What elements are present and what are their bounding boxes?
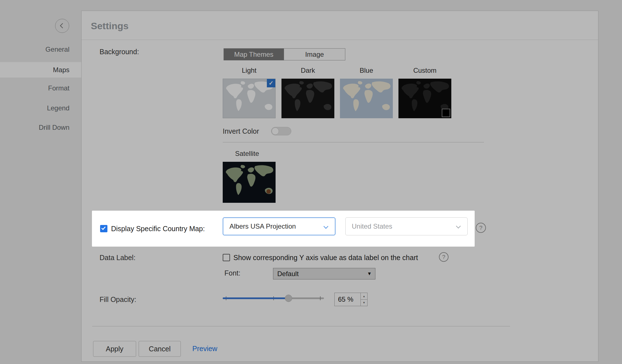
- cancel-button[interactable]: Cancel: [139, 341, 181, 357]
- world-map-dark: [281, 79, 334, 118]
- opacity-value-box: ▲ ▼: [334, 293, 368, 306]
- projection-value: Albers USA Projection: [223, 222, 296, 230]
- apply-button[interactable]: Apply: [93, 341, 136, 357]
- slider-tick: [320, 296, 321, 300]
- theme-thumbnail-light[interactable]: ✓: [223, 79, 276, 118]
- invert-color-label: Invert Color: [223, 127, 259, 135]
- divider: [223, 142, 484, 142]
- panel-header: Settings: [82, 11, 598, 40]
- fill-opacity-label: Fill Opacity:: [100, 295, 136, 304]
- theme-name-light: Light: [223, 67, 276, 74]
- chevron-down-icon: [456, 224, 461, 229]
- custom-color-swatch[interactable]: [442, 109, 450, 117]
- data-label-help-icon[interactable]: ?: [439, 252, 449, 262]
- opacity-slider-fill: [223, 297, 289, 299]
- sidebar-item-drill-down[interactable]: Drill Down: [0, 124, 69, 131]
- font-select[interactable]: Default ▼: [273, 268, 375, 279]
- country-value: United States: [346, 222, 392, 230]
- theme-thumbnail-custom[interactable]: [398, 79, 451, 118]
- sidebar-item-format[interactable]: Format: [0, 84, 69, 92]
- world-map-blue: [340, 79, 393, 118]
- preview-link[interactable]: Preview: [192, 345, 217, 353]
- theme-name-blue: Blue: [340, 67, 393, 74]
- divider: [92, 326, 510, 326]
- opacity-spinner: ▲ ▼: [360, 293, 367, 306]
- country-dropdown[interactable]: United States: [345, 217, 468, 235]
- back-button[interactable]: [55, 19, 69, 33]
- data-label-label: Data Label:: [100, 253, 136, 262]
- chevron-left-icon: [60, 23, 65, 28]
- font-label: Font:: [224, 269, 240, 277]
- satellite-label: Satellite: [235, 149, 259, 158]
- tab-image[interactable]: Image: [284, 49, 345, 60]
- country-map-help-icon[interactable]: ?: [476, 223, 486, 233]
- invert-color-toggle[interactable]: [271, 127, 291, 135]
- settings-screen: General Maps Format Legend Drill Down Se…: [0, 0, 622, 364]
- country-map-label: Display Specific Country Map:: [111, 224, 205, 233]
- opacity-slider-handle[interactable]: [285, 295, 292, 302]
- country-map-checkbox[interactable]: [100, 225, 107, 232]
- theme-thumbnail-blue[interactable]: [340, 79, 393, 118]
- dropdown-arrow-icon: ▼: [367, 271, 375, 277]
- sidebar-item-legend[interactable]: Legend: [0, 104, 69, 112]
- opacity-slider[interactable]: [223, 292, 324, 304]
- world-map-satellite: [223, 162, 276, 203]
- data-label-checkbox[interactable]: [223, 254, 230, 261]
- spinner-down-icon[interactable]: ▼: [361, 300, 367, 306]
- sidebar-item-maps[interactable]: Maps: [0, 62, 81, 78]
- checkmark-icon: [101, 226, 105, 230]
- theme-thumbnail-satellite[interactable]: [223, 162, 276, 203]
- data-label-checkbox-label: Show corresponding Y axis value as data …: [233, 253, 418, 262]
- sidebar-item-general[interactable]: General: [0, 46, 69, 53]
- toggle-knob: [272, 128, 279, 135]
- theme-thumbnail-dark[interactable]: [281, 79, 334, 118]
- background-label: Background:: [100, 47, 139, 56]
- settings-panel: Settings Background: Map Themes Image Li…: [81, 11, 598, 362]
- tab-map-themes[interactable]: Map Themes: [224, 49, 284, 60]
- font-value: Default: [273, 270, 367, 278]
- opacity-input[interactable]: [335, 293, 360, 306]
- background-tabs: Map Themes Image: [224, 48, 345, 60]
- projection-dropdown[interactable]: Albers USA Projection: [223, 217, 335, 235]
- selected-check-icon: ✓: [267, 79, 275, 87]
- theme-name-dark: Dark: [281, 67, 334, 74]
- page-title: Settings: [91, 21, 129, 31]
- spinner-up-icon[interactable]: ▲: [361, 293, 367, 300]
- theme-name-custom: Custom: [398, 67, 451, 74]
- chevron-down-icon: [324, 224, 328, 229]
